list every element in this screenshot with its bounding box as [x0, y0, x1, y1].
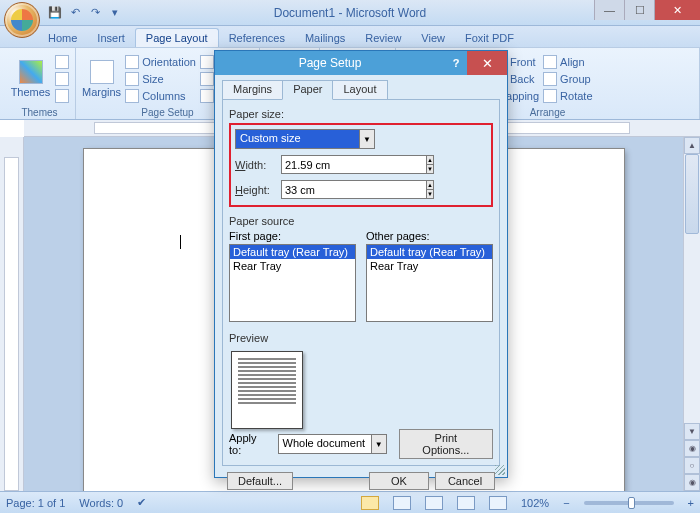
- themes-button[interactable]: Themes: [10, 51, 51, 106]
- height-up[interactable]: ▲: [427, 180, 434, 190]
- view-print-layout[interactable]: [361, 496, 379, 510]
- view-draft[interactable]: [489, 496, 507, 510]
- columns-icon: [125, 89, 139, 103]
- orientation-icon: [125, 55, 139, 69]
- status-page[interactable]: Page: 1 of 1: [6, 497, 65, 509]
- orientation-button[interactable]: Orientation: [125, 54, 196, 70]
- dialog-tab-margins[interactable]: Margins: [222, 80, 283, 100]
- chevron-down-icon[interactable]: ▼: [359, 129, 375, 149]
- view-full-screen[interactable]: [393, 496, 411, 510]
- quick-access-toolbar: 💾 ↶ ↷ ▾: [46, 4, 124, 22]
- tab-home[interactable]: Home: [38, 29, 87, 47]
- margins-button[interactable]: Margins: [82, 51, 121, 106]
- cancel-button[interactable]: Cancel: [435, 472, 495, 490]
- width-input[interactable]: [281, 155, 427, 174]
- tab-page-layout[interactable]: Page Layout: [135, 28, 219, 47]
- tab-foxit-pdf[interactable]: Foxit PDF: [455, 29, 524, 47]
- dialog-tab-layout[interactable]: Layout: [332, 80, 387, 100]
- dialog-close-button[interactable]: ✕: [467, 51, 507, 75]
- width-label: Width:: [235, 159, 275, 171]
- list-item[interactable]: Default tray (Rear Tray): [230, 245, 355, 259]
- dialog-help-button[interactable]: ?: [445, 57, 467, 69]
- tab-references[interactable]: References: [219, 29, 295, 47]
- zoom-level[interactable]: 102%: [521, 497, 549, 509]
- scroll-up-button[interactable]: ▲: [684, 137, 700, 154]
- dialog-titlebar[interactable]: Page Setup ? ✕: [215, 51, 507, 75]
- redo-icon[interactable]: ↷: [86, 4, 104, 22]
- list-item[interactable]: Rear Tray: [367, 259, 492, 273]
- zoom-slider[interactable]: [584, 501, 674, 505]
- theme-colors-button[interactable]: [55, 54, 69, 70]
- themes-label: Themes: [11, 86, 51, 98]
- prev-page-button[interactable]: ◉: [684, 440, 700, 457]
- tab-mailings[interactable]: Mailings: [295, 29, 355, 47]
- height-spinner[interactable]: ▲▼: [281, 180, 375, 199]
- office-button[interactable]: [4, 2, 40, 38]
- rotate-icon: [543, 89, 557, 103]
- list-item[interactable]: Default tray (Rear Tray): [367, 245, 492, 259]
- scroll-down-button[interactable]: ▼: [684, 423, 700, 440]
- scrollbar-vertical[interactable]: ▲ ▼ ◉ ○ ◉: [683, 137, 700, 491]
- align-button[interactable]: Align: [543, 54, 592, 70]
- page-setup-dialog: Page Setup ? ✕ Margins Paper Layout Pape…: [214, 50, 508, 478]
- undo-icon[interactable]: ↶: [66, 4, 84, 22]
- align-icon: [543, 55, 557, 69]
- margins-label: Margins: [82, 86, 121, 98]
- qat-customize-icon[interactable]: ▾: [106, 4, 124, 22]
- tab-view[interactable]: View: [411, 29, 455, 47]
- width-up[interactable]: ▲: [427, 155, 434, 165]
- height-label: Height:: [235, 184, 275, 196]
- zoom-in-button[interactable]: +: [688, 497, 694, 509]
- resize-grip[interactable]: [495, 465, 505, 475]
- first-page-label: First page:: [229, 230, 356, 242]
- width-spinner[interactable]: ▲▼: [281, 155, 375, 174]
- group-button[interactable]: Group: [543, 71, 592, 87]
- themes-icon: [19, 60, 43, 84]
- height-input[interactable]: [281, 180, 427, 199]
- window-controls: — ☐ ✕: [594, 0, 700, 20]
- dialog-tab-paper[interactable]: Paper: [282, 80, 333, 100]
- text-cursor: [180, 235, 181, 249]
- scroll-track[interactable]: [684, 154, 700, 423]
- default-button[interactable]: Default...: [227, 472, 293, 490]
- paper-size-combo[interactable]: Custom size ▼: [235, 129, 375, 149]
- apply-to-combo[interactable]: Whole document ▼: [278, 434, 387, 454]
- chevron-down-icon[interactable]: ▼: [371, 434, 387, 454]
- paper-source-label: Paper source: [229, 215, 493, 227]
- hyphenation-icon: [200, 89, 214, 103]
- other-pages-listbox[interactable]: Default tray (Rear Tray) Rear Tray: [366, 244, 493, 322]
- zoom-out-button[interactable]: −: [563, 497, 569, 509]
- paper-size-label: Paper size:: [229, 108, 493, 120]
- fonts-icon: [55, 72, 69, 86]
- margins-icon: [90, 60, 114, 84]
- ruler-vertical[interactable]: [0, 137, 24, 491]
- tab-insert[interactable]: Insert: [87, 29, 135, 47]
- status-words[interactable]: Words: 0: [79, 497, 123, 509]
- other-pages-label: Other pages:: [366, 230, 493, 242]
- preview-page: [231, 351, 303, 429]
- tab-review[interactable]: Review: [355, 29, 411, 47]
- first-page-listbox[interactable]: Default tray (Rear Tray) Rear Tray: [229, 244, 356, 322]
- ok-button[interactable]: OK: [369, 472, 429, 490]
- close-button[interactable]: ✕: [654, 0, 700, 20]
- zoom-slider-thumb[interactable]: [628, 497, 635, 509]
- next-page-button[interactable]: ◉: [684, 474, 700, 491]
- height-down[interactable]: ▼: [427, 190, 434, 199]
- theme-fonts-button[interactable]: [55, 71, 69, 87]
- rotate-button[interactable]: Rotate: [543, 88, 592, 104]
- group-themes: Themes Themes: [4, 48, 76, 119]
- list-item[interactable]: Rear Tray: [230, 259, 355, 273]
- view-outline[interactable]: [457, 496, 475, 510]
- width-down[interactable]: ▼: [427, 165, 434, 174]
- size-button[interactable]: Size: [125, 71, 196, 87]
- browse-object-button[interactable]: ○: [684, 457, 700, 474]
- minimize-button[interactable]: —: [594, 0, 624, 20]
- save-icon[interactable]: 💾: [46, 4, 64, 22]
- status-proof-icon[interactable]: ✔: [137, 496, 146, 509]
- scroll-thumb[interactable]: [685, 154, 699, 234]
- columns-button[interactable]: Columns: [125, 88, 196, 104]
- maximize-button[interactable]: ☐: [624, 0, 654, 20]
- theme-effects-button[interactable]: [55, 88, 69, 104]
- print-options-button[interactable]: Print Options...: [399, 429, 493, 459]
- view-web-layout[interactable]: [425, 496, 443, 510]
